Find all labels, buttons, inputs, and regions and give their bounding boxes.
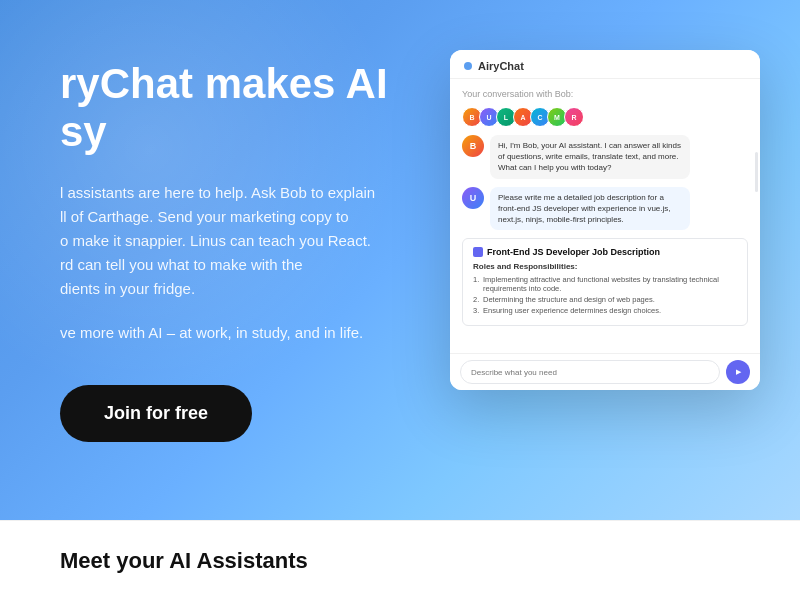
meet-title: Meet your AI Assistants: [60, 548, 308, 574]
chat-conversation-label: Your conversation with Bob:: [462, 89, 748, 99]
chat-send-button[interactable]: [726, 360, 750, 384]
hero-tagline: ve more with AI – at work, in study, and…: [60, 321, 400, 345]
chat-body: Your conversation with Bob: B U L A C M …: [450, 79, 760, 349]
chat-logo-text: AiryChat: [478, 60, 524, 72]
chat-input[interactable]: [460, 360, 720, 384]
chat-header: AiryChat: [450, 50, 760, 79]
avatar-7: R: [564, 107, 584, 127]
chat-logo-dot: [464, 62, 472, 70]
chat-footer: [450, 353, 760, 390]
user-message-row: U Please write me a detailed job descrip…: [462, 187, 748, 231]
chat-input-area: [460, 360, 720, 384]
hero-title: ryChat makes AI sy: [60, 60, 440, 157]
responsibility-3: Ensuring user experience determines desi…: [473, 306, 737, 315]
bottom-section: Meet your AI Assistants: [0, 520, 800, 600]
content-block: Front-End JS Developer Job Description R…: [462, 238, 748, 326]
hero-content: ryChat makes AI sy l assistants are here…: [60, 60, 440, 442]
avatars-row: B U L A C M R: [462, 107, 748, 127]
join-button[interactable]: Join for free: [60, 385, 252, 442]
content-title: Front-End JS Developer Job Description: [473, 247, 737, 257]
hero-subtitle: l assistants are here to help. Ask Bob t…: [60, 181, 400, 301]
roles-subtitle: Roles and Responsibilities:: [473, 262, 737, 271]
bob-message-row: B Hi, I'm Bob, your AI assistant. I can …: [462, 135, 748, 179]
hero-section: ryChat makes AI sy l assistants are here…: [0, 0, 800, 520]
responsibility-2: Determining the structure and design of …: [473, 295, 737, 304]
user-message-bubble: Please write me a detailed job descripti…: [490, 187, 690, 231]
scrollbar: [755, 152, 758, 192]
responsibility-1: Implementing attractive and functional w…: [473, 275, 737, 293]
user-avatar: U: [462, 187, 484, 209]
doc-icon: [473, 247, 483, 257]
chat-window: AiryChat Your conversation with Bob: B U…: [450, 50, 760, 390]
bob-message-bubble: Hi, I'm Bob, your AI assistant. I can an…: [490, 135, 690, 179]
bob-avatar: B: [462, 135, 484, 157]
responsibilities-list: Implementing attractive and functional w…: [473, 275, 737, 315]
